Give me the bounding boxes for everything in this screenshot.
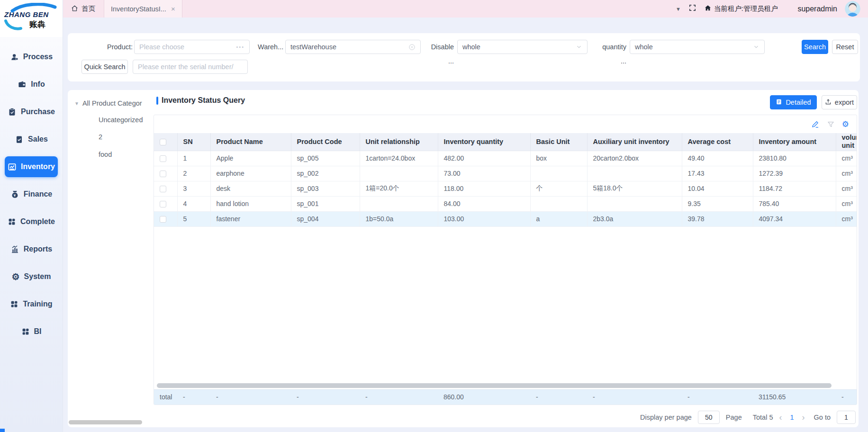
- sidebar-item-label: Training: [23, 300, 52, 308]
- export-icon: [825, 99, 832, 107]
- table-cell: 482.00: [438, 151, 530, 166]
- quick-search-field[interactable]: [133, 60, 248, 74]
- gear-icon[interactable]: ⚙: [842, 120, 849, 128]
- tree-item-2[interactable]: 2: [99, 133, 102, 141]
- row-checkbox[interactable]: [160, 186, 166, 192]
- current-page[interactable]: 1: [788, 414, 796, 421]
- checkbox-cell: [154, 151, 177, 166]
- sidebar-item-info[interactable]: Info: [5, 74, 58, 95]
- sidebar-item-system[interactable]: ⚙System: [5, 266, 58, 287]
- table-row[interactable]: 5fastenersp_0041b=50.0a103.00a2b3.0a39.7…: [154, 211, 857, 226]
- quick-search-input[interactable]: [138, 63, 243, 71]
- select-all-checkbox[interactable]: [160, 139, 166, 145]
- total-cell: -: [210, 389, 291, 405]
- grid-icon: [21, 327, 30, 336]
- quantity-value: whole: [635, 43, 653, 51]
- tree-horizontal-scrollbar[interactable]: [69, 420, 142, 424]
- chevron-down-icon: [753, 44, 760, 50]
- warehouse-input[interactable]: [290, 43, 408, 51]
- panel-title: Inventory Status Query: [156, 96, 245, 105]
- edit-pencil-icon[interactable]: [811, 120, 820, 128]
- chevron-down-icon[interactable]: ▼: [676, 6, 681, 12]
- fullscreen-icon[interactable]: [688, 4, 696, 14]
- sidebar-item-label: System: [24, 272, 51, 281]
- warehouse-field[interactable]: [285, 40, 421, 54]
- row-checkbox[interactable]: [160, 171, 166, 177]
- export-label: export: [835, 99, 854, 106]
- prev-page-icon[interactable]: ‹: [779, 413, 782, 422]
- row-checkbox[interactable]: [160, 216, 166, 223]
- total-cell: -: [360, 389, 438, 405]
- column-header: Average cost: [682, 133, 753, 151]
- tab-doc-label: InventoryStatusI...: [111, 5, 166, 13]
- table-hscroll-thumb[interactable]: [157, 383, 832, 388]
- table-cell: box: [530, 151, 587, 166]
- export-button[interactable]: export: [822, 95, 857, 109]
- table-cell: 5: [177, 211, 210, 226]
- sidebar-item-training[interactable]: Training: [5, 294, 58, 315]
- sidebar-item-label: BI: [34, 327, 42, 336]
- corner-accent: [0, 429, 5, 432]
- tree-item-uncategorized[interactable]: Uncategorized: [99, 116, 143, 124]
- goto-page-input[interactable]: [837, 411, 856, 424]
- sidebar-item-label: Purchase: [21, 108, 55, 116]
- sidebar-item-label: Inventory: [21, 162, 55, 171]
- table-cell: 1184.72: [753, 181, 836, 196]
- sidebar-item-inventory[interactable]: Inventory: [5, 156, 58, 177]
- title-accent-bar: [156, 97, 158, 105]
- sidebar-item-purchase[interactable]: Purchase: [5, 101, 58, 122]
- row-checkbox[interactable]: [160, 201, 166, 207]
- tab-inventory-status[interactable]: InventoryStatusI... ×: [104, 0, 182, 18]
- table-cell: 49.40: [682, 151, 753, 166]
- table-cell: cm³: [836, 196, 857, 211]
- total-cell: 860.00: [438, 389, 530, 405]
- table-row[interactable]: 3desksp_0031箱=20.0个118.00个5箱18.0个10.0411…: [154, 181, 857, 196]
- total-cell: -: [836, 389, 857, 405]
- sidebar-item-complete[interactable]: Complete: [5, 211, 58, 232]
- home-outline-icon: [71, 4, 79, 14]
- topbar: 首页 InventoryStatusI... × ▼ 当前租户:管理员租户 su…: [63, 0, 868, 18]
- grid-icon: [10, 300, 18, 308]
- sidebar-item-reports[interactable]: Reports: [5, 239, 58, 260]
- reset-button[interactable]: Reset: [832, 40, 858, 54]
- sidebar-item-bi[interactable]: BI: [5, 321, 58, 342]
- product-select[interactable]: Please choose •••: [134, 40, 250, 54]
- detailed-label: Detailed: [786, 99, 811, 106]
- quantity-select[interactable]: whole: [630, 40, 765, 54]
- close-icon[interactable]: ×: [171, 5, 175, 12]
- clear-icon[interactable]: [408, 44, 416, 51]
- tenant-info[interactable]: 当前租户:管理员租户: [704, 4, 778, 13]
- quick-search-button[interactable]: Quick Search: [81, 60, 128, 74]
- tab-home[interactable]: 首页: [63, 0, 104, 18]
- username[interactable]: superadmin: [797, 5, 837, 13]
- table-cell: sp_004: [291, 211, 360, 226]
- page-size-input[interactable]: [698, 411, 720, 424]
- disable-select[interactable]: whole: [457, 40, 588, 54]
- sidebar-item-finance[interactable]: ¥Finance: [5, 184, 58, 205]
- table-cell: 1: [177, 151, 210, 166]
- tab-home-label: 首页: [81, 4, 95, 13]
- quantity-label: quantity ...: [599, 40, 626, 54]
- table-hscroll-track: [154, 382, 857, 389]
- table-row[interactable]: 4hand lotionsp_00184.009.35785.40cm³: [154, 196, 857, 211]
- search-button[interactable]: Search: [802, 40, 828, 54]
- row-checkbox[interactable]: [160, 155, 166, 162]
- sidebar-item-label: Process: [23, 53, 53, 61]
- table-row[interactable]: 2earphonesp_00273.0017.431272.39cm³: [154, 166, 857, 181]
- tree-item-food[interactable]: food: [99, 151, 112, 158]
- detailed-button[interactable]: Detailed: [770, 95, 817, 109]
- app-window: ZHANG BEN 账犇 ProcessInfoPurchaseSalesInv…: [0, 0, 868, 432]
- tree-root-all-categories[interactable]: ▼ All Product Categor: [74, 99, 142, 107]
- avatar[interactable]: [845, 1, 860, 17]
- filter-funnel-icon[interactable]: [827, 120, 835, 128]
- table-cell: 4097.34: [753, 211, 836, 226]
- content-area: Product: Please choose ••• Wareh... Disa…: [63, 18, 868, 432]
- sidebar-item-sales[interactable]: Sales: [5, 129, 58, 150]
- table-cell: [530, 166, 587, 181]
- sidebar-item-process[interactable]: Process: [5, 46, 58, 67]
- caret-down-icon[interactable]: ▼: [74, 101, 79, 106]
- table-cell: 785.40: [753, 196, 836, 211]
- next-page-icon[interactable]: ›: [802, 413, 805, 422]
- table-cell: 1箱=20.0个: [360, 181, 438, 196]
- table-row[interactable]: 1Applesp_0051carton=24.0box482.00box20ca…: [154, 151, 857, 166]
